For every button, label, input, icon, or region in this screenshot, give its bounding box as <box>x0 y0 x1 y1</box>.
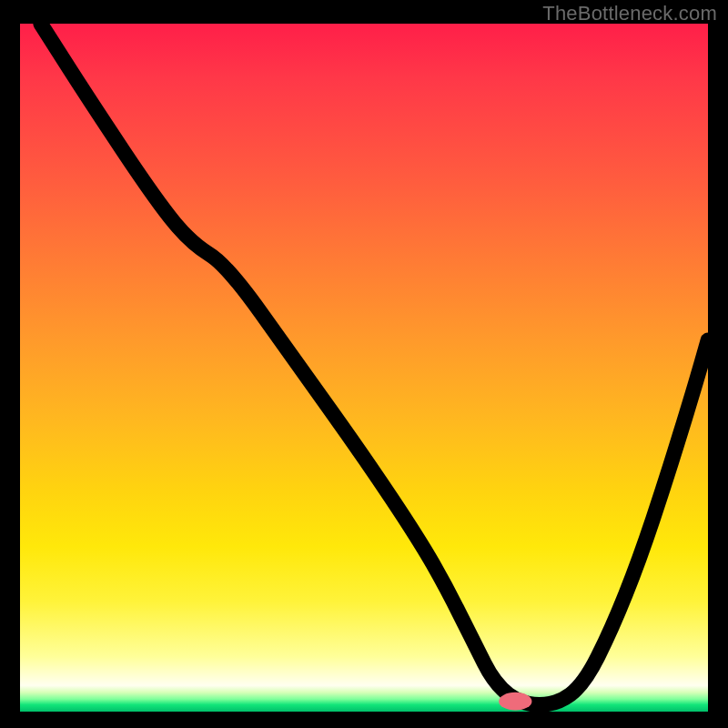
watermark-text: TheBottleneck.com <box>542 2 717 25</box>
chart-svg <box>20 24 708 712</box>
bottleneck-curve <box>41 24 708 704</box>
optimum-marker <box>499 693 531 711</box>
chart-frame: TheBottleneck.com <box>0 0 728 728</box>
chart-plot-area <box>20 24 708 712</box>
